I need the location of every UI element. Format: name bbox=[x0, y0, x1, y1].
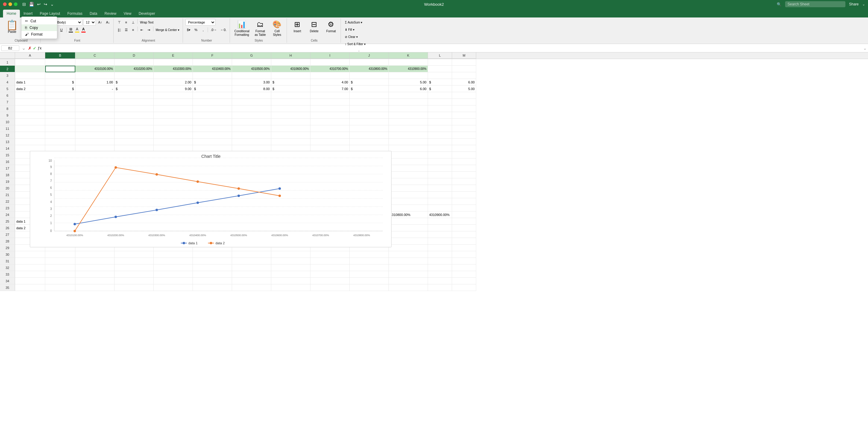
cell-i31[interactable] bbox=[310, 258, 350, 264]
cell-b9[interactable] bbox=[45, 112, 75, 119]
cell-l17[interactable] bbox=[428, 165, 452, 172]
row-header-34[interactable]: 34 bbox=[0, 278, 15, 284]
cell-g30[interactable] bbox=[232, 251, 271, 258]
cell-k28[interactable] bbox=[389, 238, 428, 245]
cell-i13[interactable] bbox=[310, 138, 350, 145]
cell-l35[interactable] bbox=[428, 284, 452, 291]
cell-a9[interactable] bbox=[15, 112, 45, 119]
clear-btn[interactable]: ⊘ Clear ▾ bbox=[343, 33, 359, 40]
cell-j35[interactable] bbox=[350, 284, 389, 291]
cell-k1[interactable] bbox=[389, 59, 428, 66]
cell-k13[interactable] bbox=[389, 138, 428, 145]
cell-m4[interactable]: 6.00 bbox=[452, 79, 476, 86]
cell-b34[interactable] bbox=[45, 278, 75, 284]
row-header-22[interactable]: 22 bbox=[0, 198, 15, 205]
cell-m11[interactable] bbox=[452, 125, 476, 132]
cell-e3[interactable] bbox=[154, 72, 193, 79]
cell-m2[interactable] bbox=[452, 66, 476, 72]
cell-d7[interactable] bbox=[115, 99, 154, 105]
cell-d31[interactable] bbox=[115, 258, 154, 264]
cell-m8[interactable] bbox=[452, 105, 476, 112]
cell-f13[interactable] bbox=[193, 138, 232, 145]
cell-c33[interactable] bbox=[75, 271, 115, 278]
cell-g1[interactable] bbox=[232, 59, 271, 66]
cell-h13[interactable] bbox=[271, 138, 310, 145]
cell-a1[interactable] bbox=[15, 59, 45, 66]
more-icon[interactable]: ⌄ bbox=[50, 2, 54, 7]
cell-i30[interactable] bbox=[310, 251, 350, 258]
wrap-text-btn[interactable]: Wrap Text bbox=[138, 19, 155, 26]
context-cut[interactable]: ✂ Cut bbox=[22, 18, 57, 24]
cell-e11[interactable] bbox=[154, 125, 193, 132]
cell-l16[interactable] bbox=[428, 158, 452, 165]
cell-e33[interactable] bbox=[154, 271, 193, 278]
context-format[interactable]: 🖌 Format bbox=[22, 31, 57, 38]
cell-d30[interactable] bbox=[115, 251, 154, 258]
cell-l30[interactable] bbox=[428, 251, 452, 258]
comma-btn[interactable]: , bbox=[200, 27, 207, 33]
row-header-6[interactable]: 6 bbox=[0, 92, 15, 99]
search-input[interactable] bbox=[785, 1, 845, 7]
cell-d9[interactable] bbox=[115, 112, 154, 119]
cell-i32[interactable] bbox=[310, 264, 350, 271]
increase-decimal-btn[interactable]: .0→ bbox=[209, 27, 218, 33]
cell-c1[interactable] bbox=[75, 59, 115, 66]
cell-f11[interactable] bbox=[193, 125, 232, 132]
row-header-5[interactable]: 5 bbox=[0, 86, 15, 92]
cell-j30[interactable] bbox=[350, 251, 389, 258]
cell-d8[interactable] bbox=[115, 105, 154, 112]
expand-icon[interactable]: ⌄ bbox=[21, 45, 27, 51]
context-copy[interactable]: ⎘ Copy bbox=[22, 24, 57, 31]
cell-d35[interactable] bbox=[115, 284, 154, 291]
cell-a31[interactable] bbox=[15, 258, 45, 264]
cell-m32[interactable] bbox=[452, 264, 476, 271]
cell-b1[interactable] bbox=[45, 59, 75, 66]
cell-c3[interactable] bbox=[75, 72, 115, 79]
tab-review[interactable]: Review bbox=[101, 10, 120, 18]
row-header-13[interactable]: 13 bbox=[0, 138, 15, 145]
cell-l6[interactable] bbox=[428, 92, 452, 99]
cell-g12[interactable] bbox=[232, 132, 271, 138]
cell-a3[interactable] bbox=[15, 72, 45, 79]
cell-m26[interactable] bbox=[452, 225, 476, 231]
cell-m22[interactable] bbox=[452, 198, 476, 205]
cell-i1[interactable] bbox=[310, 59, 350, 66]
cell-e30[interactable] bbox=[154, 251, 193, 258]
cell-k21[interactable] bbox=[389, 192, 428, 198]
cell-h11[interactable] bbox=[271, 125, 310, 132]
save-icon[interactable]: 💾 bbox=[29, 2, 34, 7]
cell-c8[interactable] bbox=[75, 105, 115, 112]
cell-c4[interactable]: 1.00 bbox=[75, 79, 115, 86]
cell-i9[interactable] bbox=[310, 112, 350, 119]
cell-a12[interactable] bbox=[15, 132, 45, 138]
cell-d11[interactable] bbox=[115, 125, 154, 132]
cell-m9[interactable] bbox=[452, 112, 476, 119]
col-header-i[interactable]: I bbox=[310, 53, 350, 59]
cell-k17[interactable] bbox=[389, 165, 428, 172]
cell-e31[interactable] bbox=[154, 258, 193, 264]
cell-c13[interactable] bbox=[75, 138, 115, 145]
cell-h4[interactable]: $ bbox=[271, 79, 310, 86]
cell-k34[interactable] bbox=[389, 278, 428, 284]
cell-l15[interactable] bbox=[428, 152, 452, 158]
cell-l9[interactable] bbox=[428, 112, 452, 119]
cell-d32[interactable] bbox=[115, 264, 154, 271]
cell-j31[interactable] bbox=[350, 258, 389, 264]
cell-a13[interactable] bbox=[15, 138, 45, 145]
cell-d2[interactable]: 4310200.00% bbox=[115, 66, 154, 72]
cell-i11[interactable] bbox=[310, 125, 350, 132]
autosum-btn[interactable]: Σ AutoSum ▾ bbox=[343, 19, 364, 26]
cell-e1[interactable] bbox=[154, 59, 193, 66]
cell-f12[interactable] bbox=[193, 132, 232, 138]
row-header-29[interactable]: 29 bbox=[0, 245, 15, 251]
cell-m33[interactable] bbox=[452, 271, 476, 278]
cell-h34[interactable] bbox=[271, 278, 310, 284]
cell-h2[interactable]: 4310600.00% bbox=[271, 66, 310, 72]
cell-f30[interactable] bbox=[193, 251, 232, 258]
cell-a11[interactable] bbox=[15, 125, 45, 132]
cell-d33[interactable] bbox=[115, 271, 154, 278]
cell-l22[interactable] bbox=[428, 198, 452, 205]
cell-g32[interactable] bbox=[232, 264, 271, 271]
cell-f9[interactable] bbox=[193, 112, 232, 119]
cell-k9[interactable] bbox=[389, 112, 428, 119]
